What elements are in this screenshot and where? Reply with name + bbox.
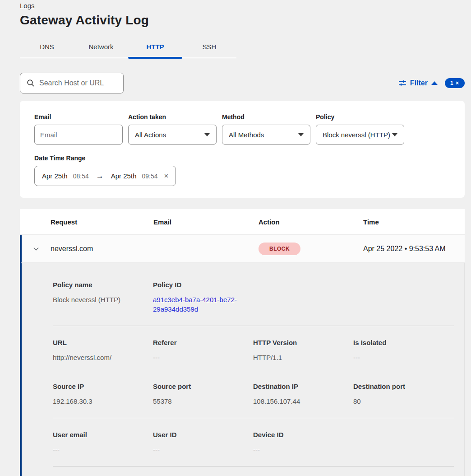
destination-port-value: 80 bbox=[353, 397, 454, 406]
http-version-field: HTTP Version HTTP/1.1 bbox=[253, 339, 353, 362]
search-box[interactable] bbox=[20, 73, 124, 93]
column-header-time: Time bbox=[363, 218, 465, 226]
action-taken-selected-value: All Actions bbox=[135, 131, 166, 139]
policy-id-link[interactable]: a91c3eb4-ba7a-4201-be72-29a934dd359d bbox=[153, 295, 241, 314]
expanded-row-details: Policy name Block neverssl (HTTP) Policy… bbox=[20, 263, 465, 476]
row-expand-chevron-icon[interactable] bbox=[22, 245, 51, 252]
date-range-picker[interactable]: Apr 25th 08:54 → Apr 25th 09:54 × bbox=[34, 166, 176, 186]
tab-dns[interactable]: DNS bbox=[20, 37, 74, 58]
method-selected-value: All Methods bbox=[229, 131, 264, 139]
destination-port-label: Destination port bbox=[353, 383, 454, 390]
arrow-right-icon: → bbox=[94, 172, 106, 181]
toolbar: Filter 1 × bbox=[20, 73, 465, 93]
destination-port-field: Destination port 80 bbox=[353, 383, 454, 406]
section-divider bbox=[53, 418, 454, 418]
referer-label: Referer bbox=[153, 339, 253, 346]
chevron-down-icon bbox=[204, 133, 210, 136]
referer-field: Referer --- bbox=[153, 339, 253, 362]
source-ip-label: Source IP bbox=[53, 383, 153, 390]
row-action: BLOCK bbox=[259, 243, 363, 255]
policy-name-field: Policy name Block neverssl (HTTP) bbox=[53, 281, 153, 314]
referer-value: --- bbox=[153, 353, 253, 362]
end-date[interactable]: Apr 25th bbox=[111, 172, 137, 180]
column-header-request: Request bbox=[51, 218, 153, 226]
date-range-field: Date Time Range Apr 25th 08:54 → Apr 25t… bbox=[34, 154, 450, 186]
filter-panel: Email Action taken All Actions Method Al… bbox=[20, 101, 465, 198]
device-id-value: --- bbox=[253, 445, 353, 454]
activity-log-table: Request Email Action Time neverssl.com B… bbox=[20, 209, 465, 476]
source-port-field: Source port 55378 bbox=[153, 383, 253, 406]
search-input[interactable] bbox=[39, 79, 117, 87]
column-header-email: Email bbox=[153, 218, 259, 226]
device-id-label: Device ID bbox=[253, 431, 353, 439]
breadcrumb[interactable]: Logs bbox=[20, 2, 465, 9]
destination-ip-label: Destination IP bbox=[253, 383, 353, 390]
user-email-field: User email --- bbox=[53, 431, 153, 454]
row-request: neverssl.com bbox=[51, 245, 153, 253]
chevron-down-icon bbox=[392, 133, 397, 136]
method-filter-label: Method bbox=[222, 113, 310, 121]
action-taken-filter-label: Action taken bbox=[128, 113, 217, 121]
date-range-label: Date Time Range bbox=[34, 154, 450, 162]
destination-ip-field: Destination IP 108.156.107.44 bbox=[253, 383, 353, 406]
start-time[interactable]: 08:54 bbox=[73, 173, 89, 180]
destination-ip-value: 108.156.107.44 bbox=[253, 397, 353, 406]
start-date[interactable]: Apr 25th bbox=[42, 172, 68, 180]
action-taken-select[interactable]: All Actions bbox=[128, 125, 217, 145]
block-status-badge: BLOCK bbox=[259, 243, 300, 255]
is-isolated-field: Is Isolated --- bbox=[353, 339, 454, 362]
tab-http[interactable]: HTTP bbox=[128, 37, 182, 58]
tab-bar: DNS Network HTTP SSH bbox=[20, 37, 236, 58]
chevron-down-icon bbox=[298, 133, 304, 136]
chevron-up-icon bbox=[431, 81, 438, 85]
http-version-value: HTTP/1.1 bbox=[253, 353, 353, 362]
action-taken-filter-field: Action taken All Actions bbox=[128, 113, 217, 145]
url-field: URL http://neverssl.com/ bbox=[53, 339, 153, 362]
page-title: Gateway Activity Log bbox=[20, 13, 465, 28]
active-tab-indicator bbox=[128, 57, 182, 59]
policy-id-field: Policy ID a91c3eb4-ba7a-4201-be72-29a934… bbox=[153, 281, 253, 314]
filter-sliders-icon bbox=[398, 79, 406, 87]
tab-ssh[interactable]: SSH bbox=[182, 37, 236, 58]
user-id-value: --- bbox=[153, 445, 253, 454]
policy-id-label: Policy ID bbox=[153, 281, 253, 289]
table-row[interactable]: neverssl.com BLOCK Apr 25 2022 • 9:53:53… bbox=[20, 235, 465, 263]
url-label: URL bbox=[53, 339, 153, 346]
filter-count-badge[interactable]: 1 × bbox=[445, 78, 465, 88]
tab-http-label: HTTP bbox=[146, 43, 164, 51]
device-id-field: Device ID --- bbox=[253, 431, 353, 454]
email-filter-input[interactable] bbox=[34, 125, 123, 145]
policy-filter-field: Policy Block neverssl (HTTP) bbox=[316, 113, 404, 145]
clear-date-range-icon[interactable]: × bbox=[164, 172, 169, 181]
table-header-row: Request Email Action Time bbox=[20, 209, 465, 235]
method-select[interactable]: All Methods bbox=[222, 125, 310, 145]
source-port-value: 55378 bbox=[153, 397, 253, 406]
is-isolated-value: --- bbox=[353, 353, 454, 362]
email-filter-label: Email bbox=[34, 113, 123, 121]
email-filter-field: Email bbox=[34, 113, 123, 145]
source-port-label: Source port bbox=[153, 383, 253, 390]
section-divider bbox=[53, 466, 454, 467]
filter-toggle-label: Filter bbox=[410, 79, 428, 87]
page-content: Logs Gateway Activity Log DNS Network HT… bbox=[0, 0, 471, 476]
user-email-label: User email bbox=[53, 431, 153, 439]
method-filter-field: Method All Methods bbox=[222, 113, 310, 145]
user-id-field: User ID --- bbox=[153, 431, 253, 454]
user-id-label: User ID bbox=[153, 431, 253, 439]
row-time: Apr 25 2022 • 9:53:53 AM bbox=[363, 245, 465, 253]
end-time[interactable]: 09:54 bbox=[142, 173, 157, 180]
column-header-action: Action bbox=[259, 218, 363, 226]
user-email-value: --- bbox=[53, 445, 153, 454]
url-value: http://neverssl.com/ bbox=[53, 353, 153, 362]
tab-network[interactable]: Network bbox=[74, 37, 128, 58]
search-icon bbox=[27, 79, 35, 87]
policy-name-value: Block neverssl (HTTP) bbox=[53, 295, 153, 304]
http-version-label: HTTP Version bbox=[253, 339, 353, 346]
is-isolated-label: Is Isolated bbox=[353, 339, 454, 346]
policy-name-label: Policy name bbox=[53, 281, 153, 289]
policy-select[interactable]: Block neverssl (HTTP) bbox=[316, 125, 404, 145]
section-divider bbox=[53, 326, 454, 326]
policy-selected-value: Block neverssl (HTTP) bbox=[323, 131, 390, 139]
filter-toggle-button[interactable]: Filter 1 × bbox=[398, 78, 465, 88]
source-ip-value: 192.168.30.3 bbox=[53, 397, 153, 406]
